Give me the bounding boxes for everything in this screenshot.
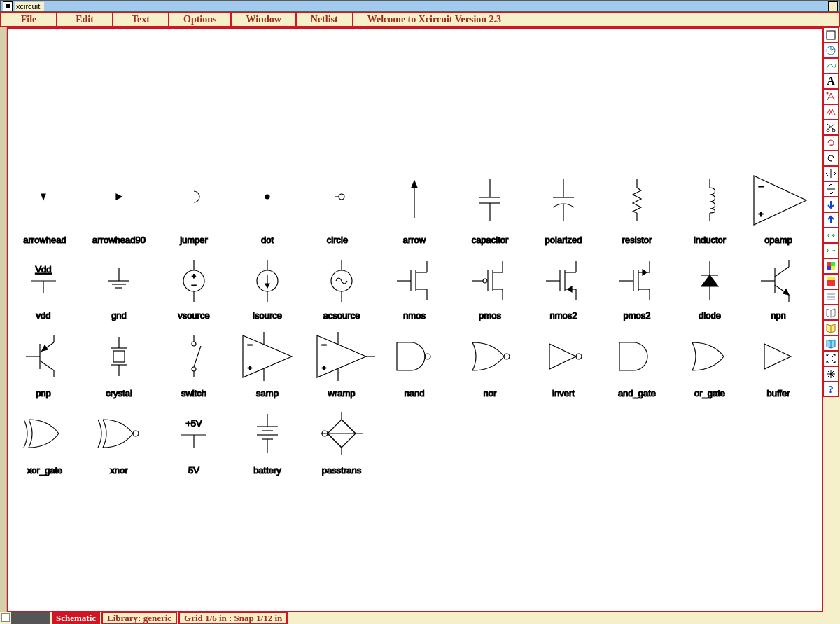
- tool-pop-up-icon[interactable]: [823, 212, 839, 228]
- lbl-gnd: gnd: [111, 310, 127, 321]
- status-indicator-icon: [1, 613, 10, 622]
- annot-vdd: Vdd: [35, 264, 51, 275]
- lbl-inductor: inductor: [694, 235, 727, 245]
- lbl-dot: dot: [261, 235, 274, 245]
- menu-edit[interactable]: Edit: [57, 13, 113, 26]
- tool-book3-icon[interactable]: [823, 335, 839, 351]
- tool-grid-icon[interactable]: [823, 289, 839, 305]
- svg-line-85: [194, 346, 201, 367]
- tool-rotate-ccw-icon[interactable]: [823, 151, 839, 166]
- lbl-5v: 5V: [188, 465, 200, 476]
- tool-snap-icon[interactable]: [823, 366, 839, 382]
- tool-spline-icon[interactable]: [823, 58, 839, 74]
- lbl-pnp: pnp: [36, 388, 51, 398]
- svg-point-0: [265, 195, 270, 199]
- lbl-arrowhead: arrowhead: [23, 235, 66, 245]
- lbl-vdd: vdd: [36, 310, 51, 321]
- window-control-icon[interactable]: [828, 1, 838, 11]
- svg-rect-125: [827, 277, 835, 280]
- annot-5v: +5V: [186, 418, 202, 429]
- tool-fullscreen-icon[interactable]: [823, 351, 839, 366]
- lbl-passtrans: passtrans: [322, 465, 362, 476]
- tool-flip-h-icon[interactable]: [823, 166, 839, 181]
- status-grid: Grid 1/6 in : Snap 1/12 in: [178, 612, 288, 624]
- tool-arrows-out-icon[interactable]: [823, 243, 839, 258]
- svg-text:−: −: [321, 340, 327, 350]
- svg-point-98: [504, 354, 510, 359]
- tool-arc-icon[interactable]: [823, 43, 839, 58]
- tool-scissors-icon[interactable]: [823, 120, 839, 135]
- tool-push-down-icon[interactable]: [823, 197, 839, 212]
- tool-fill-icon[interactable]: [823, 274, 839, 289]
- lbl-vsource: vsource: [178, 310, 210, 321]
- lbl-crystal: crystal: [106, 388, 132, 398]
- lbl-circle: circle: [327, 235, 348, 245]
- menu-netlist[interactable]: Netlist: [297, 13, 354, 26]
- svg-text:−: −: [247, 340, 253, 350]
- svg-line-68: [775, 267, 789, 277]
- menu-text[interactable]: Text: [113, 13, 169, 26]
- lbl-npn: npn: [771, 310, 786, 321]
- menu-window[interactable]: Window: [232, 13, 296, 26]
- lbl-capacitor: capacitor: [472, 235, 509, 245]
- svg-rect-122: [827, 266, 831, 270]
- app-title: xcircuit: [15, 2, 44, 11]
- svg-text:+: +: [248, 363, 252, 372]
- lbl-battery: battery: [253, 465, 281, 476]
- tool-move-icon[interactable]: [823, 89, 839, 104]
- lbl-isource: isource: [253, 310, 282, 321]
- svg-text:+: +: [758, 209, 763, 219]
- tool-palette-icon[interactable]: [823, 258, 839, 274]
- welcome-text: Welcome to Xcircuit Version 2.3: [354, 13, 501, 26]
- app-icon: [3, 1, 13, 11]
- svg-rect-120: [827, 262, 831, 266]
- lbl-switch: switch: [181, 388, 206, 398]
- lbl-samp: samp: [256, 388, 279, 398]
- lbl-nmos2: nmos2: [550, 310, 577, 321]
- svg-text:+: +: [192, 272, 196, 280]
- lbl-invert: invert: [552, 388, 575, 398]
- status-schematic[interactable]: Schematic: [52, 612, 100, 624]
- toolbar: A ?: [823, 27, 840, 612]
- tool-rotate-cw-icon[interactable]: [823, 135, 839, 151]
- svg-point-84: [192, 367, 196, 371]
- svg-rect-123: [831, 266, 835, 270]
- svg-rect-80: [113, 351, 125, 362]
- tool-text-icon[interactable]: A: [823, 74, 839, 89]
- lbl-jumper: jumper: [179, 235, 208, 245]
- lbl-nmos: nmos: [403, 310, 426, 321]
- svg-rect-113: [827, 31, 835, 39]
- lbl-wramp: wramp: [327, 388, 355, 398]
- titlebar: xcircuit: [0, 0, 840, 12]
- tool-book1-icon[interactable]: [823, 305, 839, 320]
- lbl-pmos: pmos: [479, 310, 501, 321]
- canvas[interactable]: arrowhead arrowhead90 jumper dot: [7, 27, 823, 612]
- lbl-diode: diode: [699, 310, 721, 321]
- lbl-acsource: acsource: [323, 310, 360, 321]
- svg-point-83: [192, 342, 196, 346]
- lbl-xnor: xnor: [110, 465, 128, 476]
- svg-point-117: [832, 129, 835, 132]
- tool-arrows-in-icon[interactable]: [823, 228, 839, 243]
- svg-point-115: [827, 92, 829, 95]
- tool-book2-icon[interactable]: [823, 320, 839, 335]
- tool-help-icon[interactable]: ?: [823, 382, 839, 397]
- lbl-polarized: polarized: [545, 235, 582, 245]
- status-library: Library: generic: [102, 612, 177, 624]
- tool-copy-icon[interactable]: [823, 104, 839, 120]
- menu-options[interactable]: Options: [169, 13, 232, 26]
- tool-flip-v-icon[interactable]: [823, 181, 839, 197]
- lbl-xor: xor_gate: [27, 465, 63, 476]
- svg-text:−: −: [191, 280, 197, 291]
- status-dark-area: [11, 612, 50, 624]
- svg-point-43: [483, 279, 487, 283]
- menubar: File Edit Text Options Window Netlist We…: [0, 12, 840, 27]
- svg-point-97: [425, 354, 430, 359]
- svg-text:+: +: [322, 363, 326, 372]
- lbl-nor: nor: [484, 388, 497, 398]
- tool-pointer-icon[interactable]: [823, 27, 839, 43]
- lbl-resistor: resistor: [622, 235, 652, 245]
- lbl-and: and_gate: [618, 388, 656, 398]
- lbl-nand: nand: [405, 388, 425, 398]
- menu-file[interactable]: File: [1, 13, 57, 26]
